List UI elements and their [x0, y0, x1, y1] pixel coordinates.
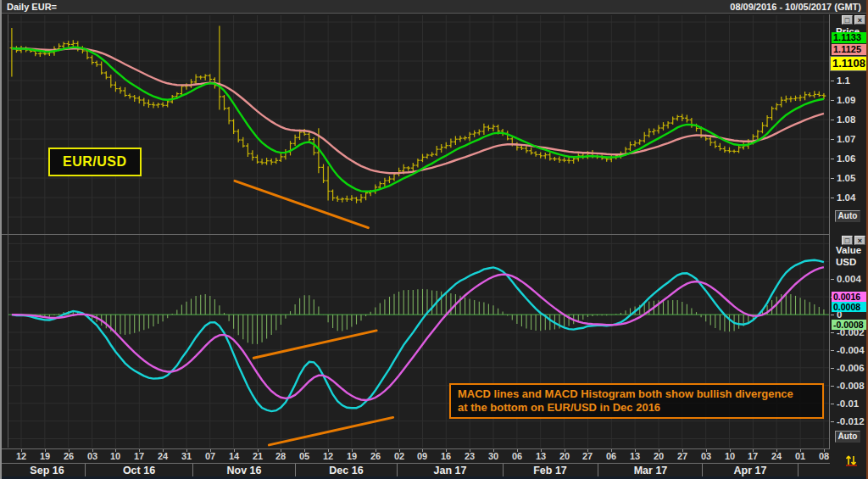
- month-label: Mar 17: [598, 464, 703, 477]
- macd-panel-window-controls: □ ×: [842, 236, 865, 245]
- y-axis-tick: 1.04: [831, 192, 855, 203]
- y-axis-tick: 0.004: [831, 273, 861, 285]
- x-tick-label: 17: [134, 451, 144, 461]
- y-axis-tick: 1.09: [831, 94, 855, 106]
- month-label: Oct 16: [85, 464, 192, 477]
- y-axis-tick: -0.004: [831, 344, 865, 356]
- x-tick-label: 08: [819, 451, 829, 461]
- x-tick-label: 02: [394, 451, 404, 461]
- annotation-line-1: MACD lines and MACD Histogram both show …: [458, 387, 815, 401]
- month-label: Sep 16: [8, 464, 86, 477]
- x-tick-label: 19: [347, 451, 357, 461]
- y-axis-tick: -0.01: [831, 398, 859, 409]
- macd-trendline-2[interactable]: [269, 417, 392, 445]
- close-icon[interactable]: ×: [854, 15, 865, 25]
- x-tick-label: 17: [748, 451, 758, 461]
- restore-icon[interactable]: □: [842, 236, 853, 245]
- x-tick-label: 28: [275, 451, 286, 461]
- x-tick-label: 31: [181, 451, 192, 461]
- month-label: [798, 464, 829, 477]
- ma-fast-value-box: 1.1133: [832, 32, 867, 43]
- x-tick-label: 20: [654, 451, 664, 461]
- x-tick-label: 13: [536, 451, 546, 461]
- x-tick-label: 21: [253, 451, 263, 461]
- x-tick-label: 20: [559, 451, 570, 461]
- x-tick-label: 06: [606, 451, 616, 461]
- titlebar[interactable]: Daily EUR= 08/09/2016 - 10/05/2017 (GMT): [0, 0, 868, 14]
- macd-histogram[interactable]: [12, 289, 824, 344]
- x-tick-label: 09: [417, 451, 427, 461]
- close-icon[interactable]: ×: [854, 236, 865, 245]
- chart-window: Daily EUR= 08/09/2016 - 10/05/2017 (GMT)…: [0, 0, 868, 479]
- macd-value-box: 0.0008: [832, 302, 867, 312]
- x-tick-label: 30: [488, 451, 498, 461]
- signal-value-box: 0.0016: [832, 292, 867, 302]
- date-range-label: 08/09/2016 - 10/05/2017 (GMT): [730, 2, 861, 12]
- macd-axis: □ × Value USD 0.0040.0020-0.002-0.004-0.…: [829, 235, 868, 448]
- x-tick-label: 19: [40, 451, 50, 461]
- x-tick-label: 05: [299, 451, 309, 461]
- x-tick-label: 14: [229, 451, 239, 461]
- window-left-edge: [0, 0, 2, 479]
- y-axis-tick: 1.08: [831, 114, 855, 125]
- x-tick-label: 13: [630, 451, 640, 461]
- x-tick-label: 12: [323, 451, 333, 461]
- month-label: Jan 17: [397, 464, 503, 477]
- scale-adjust-icon[interactable]: [844, 454, 860, 466]
- y-axis-tick: 1.1: [831, 75, 850, 86]
- x-tick-label: 03: [701, 451, 711, 461]
- x-axis-day-labels: 1219260310172431071421280512192602091623…: [0, 448, 830, 463]
- chart-title: Daily EUR=: [7, 2, 57, 12]
- ma-slow-value-box: 1.1125: [832, 44, 867, 55]
- x-tick-label: 24: [158, 451, 168, 461]
- macd-axis-title-usd: USD: [836, 257, 856, 267]
- x-tick-label: 06: [512, 451, 522, 461]
- macd-axis-title-value: Value: [836, 245, 861, 255]
- macd-trendline-1[interactable]: [253, 331, 376, 358]
- x-tick-label: 24: [771, 451, 782, 461]
- month-label: Dec 16: [295, 464, 397, 477]
- histogram-value-box: -0.0008: [832, 320, 867, 330]
- x-tick-label: 03: [87, 451, 97, 461]
- x-tick-label: 01: [795, 451, 805, 461]
- x-tick-label: 16: [441, 451, 451, 461]
- y-axis-tick: -0.008: [831, 380, 865, 392]
- last-price-value-box: 1.1108: [830, 56, 868, 71]
- x-tick-label: 27: [582, 451, 593, 461]
- price-auto-scale-button[interactable]: Auto: [835, 210, 860, 222]
- y-axis-tick: -0.012: [831, 415, 865, 427]
- month-label: Nov 16: [192, 464, 295, 477]
- x-tick-label: 27: [677, 451, 687, 461]
- x-axis-month-labels: Sep 16Oct 16Nov 16Dec 16Jan 17Feb 17Mar …: [0, 463, 830, 476]
- y-axis-tick: 1.06: [831, 153, 855, 164]
- x-tick-label: 10: [110, 451, 120, 461]
- x-tick-label: 10: [725, 451, 735, 461]
- y-axis-tick: 1.07: [831, 133, 855, 145]
- y-axis-tick: -0.006: [831, 362, 865, 374]
- plot-left-border: [8, 14, 8, 448]
- price-grid: [8, 15, 829, 235]
- annotation-line-2: at the bottom on EUR/USD in Dec 2016: [458, 401, 815, 415]
- restore-icon[interactable]: □: [842, 15, 853, 25]
- price-chart[interactable]: [0, 14, 830, 235]
- month-label: Feb 17: [503, 464, 597, 477]
- price-axis: □ × Price 1.11.091.081.071.061.051.04 1.…: [829, 14, 868, 235]
- panel-divider[interactable]: [0, 234, 830, 235]
- x-tick-label: 07: [205, 451, 215, 461]
- macd-auto-scale-button[interactable]: Auto: [835, 431, 860, 443]
- macd-annotation[interactable]: MACD lines and MACD Histogram both show …: [449, 383, 824, 419]
- instrument-label[interactable]: EUR/USD: [48, 148, 142, 176]
- ohlc-bars[interactable]: [10, 26, 826, 203]
- price-panel-window-controls: □ ×: [842, 15, 865, 25]
- price-trendline[interactable]: [235, 181, 368, 227]
- x-tick-label: 23: [465, 451, 475, 461]
- y-axis-tick: 1.05: [831, 172, 855, 184]
- x-tick-label: 26: [64, 451, 74, 461]
- x-tick-label: 26: [370, 451, 381, 461]
- x-tick-label: 12: [16, 451, 26, 461]
- month-label: Apr 17: [702, 464, 798, 477]
